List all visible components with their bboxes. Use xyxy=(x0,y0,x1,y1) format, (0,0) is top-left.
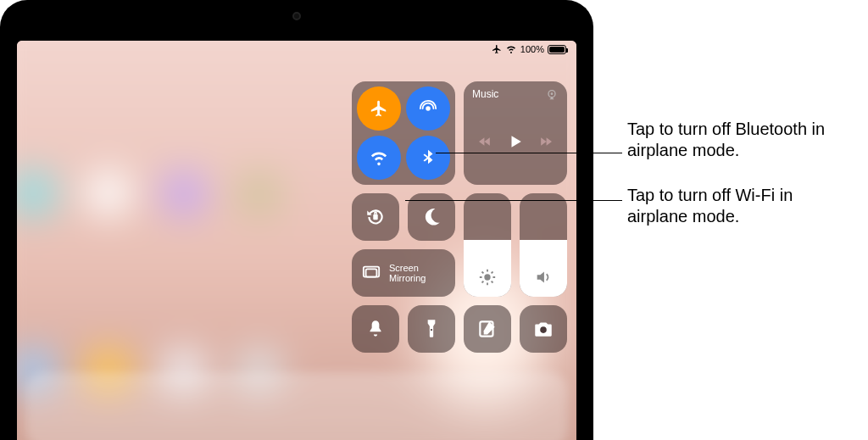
svg-point-17 xyxy=(540,326,547,333)
svg-point-0 xyxy=(426,106,431,111)
callout-leader-wifi xyxy=(405,200,622,201)
ipad-screen: 100% xyxy=(17,41,576,440)
brightness-slider[interactable] xyxy=(464,193,511,297)
silent-mode-toggle[interactable] xyxy=(352,305,399,353)
wifi-status-icon xyxy=(505,44,517,54)
connectivity-group xyxy=(352,81,455,185)
svg-line-11 xyxy=(481,281,483,283)
now-playing-app-label: Music xyxy=(472,88,498,100)
volume-slider[interactable] xyxy=(520,193,567,297)
svg-rect-3 xyxy=(373,214,377,220)
bluetooth-toggle[interactable] xyxy=(406,136,450,180)
airdrop-toggle[interactable] xyxy=(406,86,450,131)
ipad-frame: 100% xyxy=(0,0,593,440)
airplay-audio-icon[interactable] xyxy=(545,88,559,104)
next-track-button[interactable] xyxy=(538,136,554,151)
control-center: Music xyxy=(352,81,559,353)
screen-mirroring-button[interactable]: Screen Mirroring xyxy=(352,249,455,297)
previous-track-button[interactable] xyxy=(477,136,492,151)
callout-bluetooth: Tap to turn off Bluetooth in airplane mo… xyxy=(627,119,848,161)
status-bar: 100% xyxy=(492,44,566,54)
camera-quick-action[interactable] xyxy=(520,305,567,353)
play-button[interactable] xyxy=(508,133,523,153)
rotation-lock-toggle[interactable] xyxy=(352,193,399,241)
callout-wifi: Tap to turn off Wi-Fi in airplane mode. xyxy=(627,185,848,227)
svg-point-15 xyxy=(431,329,432,331)
battery-icon xyxy=(548,45,566,54)
svg-line-12 xyxy=(492,271,493,273)
callout-leader-bluetooth xyxy=(436,153,622,153)
airplane-mode-toggle[interactable] xyxy=(357,86,401,131)
front-camera xyxy=(292,12,301,20)
battery-percent-text: 100% xyxy=(520,44,544,54)
flashlight-toggle[interactable] xyxy=(408,305,455,353)
now-playing-tile[interactable]: Music xyxy=(464,81,567,185)
wifi-toggle[interactable] xyxy=(357,136,401,180)
screen-mirroring-label: Screen Mirroring xyxy=(389,263,445,283)
svg-line-10 xyxy=(492,281,493,283)
svg-line-9 xyxy=(481,271,483,273)
svg-rect-14 xyxy=(366,269,377,276)
dock-blur xyxy=(25,372,568,440)
svg-point-4 xyxy=(484,274,490,280)
callouts: Tap to turn off Bluetooth in airplane mo… xyxy=(627,119,848,251)
svg-point-2 xyxy=(551,92,554,95)
airplane-mode-status-icon xyxy=(492,44,502,54)
notes-quick-action[interactable] xyxy=(464,305,511,353)
